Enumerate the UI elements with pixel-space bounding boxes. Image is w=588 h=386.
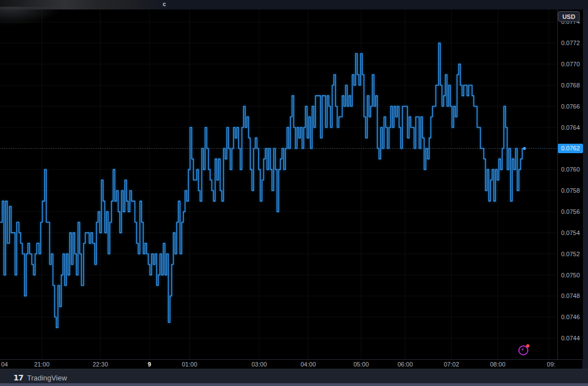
- tradingview-logo-icon: 17: [13, 373, 23, 382]
- right-gutter: [582, 9, 588, 378]
- lightning-icon: ⚡: [521, 346, 524, 353]
- price-tick-label: 0.0744: [558, 334, 583, 342]
- tradingview-chart-window: c 0.0762 0.07740.07720.07700.07680.07660…: [0, 0, 588, 386]
- time-tick-label: 09:: [547, 361, 555, 368]
- time-axis[interactable]: 0421:0022:30901:0003:0004:0005:0006:0007…: [0, 359, 582, 369]
- price-tick-label: 0.0766: [558, 102, 583, 110]
- artifact-glyph: c: [163, 1, 166, 7]
- price-axis[interactable]: 0.0762 0.07740.07720.07700.07680.07660.0…: [557, 9, 583, 359]
- screenshot-artifact: [0, 0, 170, 9]
- price-tick-label: 0.0772: [558, 39, 583, 47]
- price-tick-label: 0.0760: [558, 165, 583, 173]
- price-line-path: [0, 43, 524, 328]
- notification-dot-icon: [526, 344, 529, 348]
- price-tick-label: 0.0750: [558, 271, 583, 279]
- tradingview-attribution[interactable]: 17 TradingView: [13, 373, 67, 382]
- price-tick-label: 0.0768: [558, 81, 583, 89]
- last-price-tag: 0.0762: [558, 144, 583, 153]
- time-tick-label: 04: [1, 361, 8, 368]
- time-tick-label: 03:00: [251, 361, 267, 368]
- time-tick-label: 9: [148, 361, 151, 368]
- time-tick-label: 06:00: [397, 361, 413, 368]
- tradingview-brand-label: TradingView: [27, 374, 67, 382]
- price-tick-label: 0.0764: [558, 124, 583, 131]
- time-tick-label: 21:00: [34, 361, 50, 368]
- price-tick-label: 0.0758: [558, 187, 583, 194]
- price-line-chart: [0, 9, 557, 359]
- time-tick-label: 22:30: [93, 361, 108, 368]
- price-tick-label: 0.0746: [558, 313, 583, 321]
- time-tick-label: 05:00: [353, 361, 369, 368]
- time-tick-label: 08:00: [490, 361, 506, 368]
- last-price-dot: [523, 147, 526, 150]
- price-tick-label: 0.0770: [558, 60, 583, 68]
- price-tick-label: 0.0752: [558, 250, 583, 258]
- window-bottom-edge: [0, 383, 588, 386]
- chart-pane[interactable]: [0, 9, 557, 359]
- time-tick-label: 01:00: [182, 361, 197, 368]
- currency-usd-button[interactable]: USD: [558, 11, 580, 22]
- boost-button[interactable]: ⚡: [518, 345, 531, 358]
- price-tick-label: 0.0754: [558, 229, 583, 237]
- time-tick-label: 04:00: [300, 361, 316, 368]
- time-tick-label: 07:02: [444, 361, 459, 368]
- price-tick-label: 0.0748: [558, 292, 583, 300]
- price-tick-label: 0.0756: [558, 208, 583, 216]
